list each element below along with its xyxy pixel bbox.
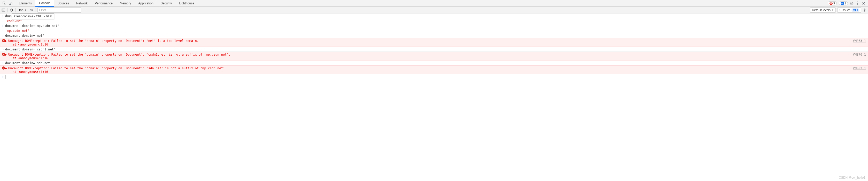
kebab-icon[interactable]: ⋮ — [856, 1, 860, 5]
error-count-pill[interactable]: ✕ 3 — [828, 1, 837, 5]
tab-performance[interactable]: Performance — [91, 0, 116, 6]
console-error-stack: at <anonymous>:1:16 — [5, 43, 48, 46]
chevron-down-icon: ▼ — [25, 9, 27, 11]
filter-input[interactable]: Filter — [37, 7, 82, 13]
input-marker-icon: › — [2, 24, 5, 28]
console-result-row: ‹· 'csdn.net' — [0, 18, 868, 23]
svg-point-6 — [851, 3, 852, 4]
console-input-row[interactable]: › document.domain='net' — [0, 33, 868, 38]
tab-memory[interactable]: Memory — [116, 0, 134, 6]
error-icon: ✕ — [830, 2, 833, 5]
svg-rect-4 — [841, 3, 843, 3]
console-result-text: 'csdn.net' — [5, 19, 24, 23]
close-icon[interactable] — [862, 2, 865, 5]
devtools-tabs: Elements Console Sources Network Perform… — [15, 0, 198, 6]
svg-rect-3 — [841, 2, 844, 5]
info-icon — [853, 8, 856, 12]
watermark: CSDN @cw_hello1 — [839, 176, 865, 179]
clear-console-icon[interactable] — [9, 8, 13, 12]
expand-triangle-icon[interactable]: ▶ — [5, 39, 8, 43]
inspect-icon[interactable] — [3, 2, 6, 5]
console-result-row: ‹· 'mp.csdn.net' — [0, 28, 868, 33]
log-level-selector[interactable]: Default levels ▼ — [810, 7, 836, 13]
svg-line-21 — [10, 9, 12, 11]
tabstrip-right: ✕ 3 1 ⋮ — [825, 0, 868, 6]
console-toolbar: top ▼ Filter Default levels ▼ 1 Issue: 1… — [0, 7, 868, 13]
gear-icon[interactable] — [850, 2, 854, 5]
console-error-text: Uncaught DOMException: Failed to set the… — [8, 53, 230, 56]
svg-line-35 — [865, 9, 866, 9]
console-input-text: docu — [5, 14, 866, 18]
context-label: top — [19, 8, 24, 12]
expand-triangle-icon[interactable]: ▶ — [5, 66, 8, 70]
error-icon: ✕ — [2, 53, 5, 56]
console-error-stack: at <anonymous>:1:16 — [5, 56, 48, 60]
error-source-link[interactable]: VM863:1 — [848, 38, 866, 43]
svg-line-34 — [864, 10, 864, 11]
error-source-link[interactable]: VM882:1 — [848, 66, 866, 70]
console-error-row[interactable]: ✕ ▶Uncaught DOMException: Failed to set … — [0, 52, 868, 61]
input-marker-icon: › — [2, 47, 5, 51]
svg-marker-19 — [4, 9, 4, 10]
sidebar-toggle-icon[interactable] — [2, 8, 5, 12]
input-marker-icon: › — [2, 14, 5, 18]
console-input-text: document.domain='mp.csdn.net' — [5, 24, 866, 28]
svg-line-14 — [852, 2, 853, 2]
svg-rect-17 — [2, 9, 5, 11]
text-cursor — [5, 75, 5, 79]
issues-chip[interactable]: 1 Issue: 1 — [837, 7, 861, 13]
console-input-row[interactable]: › docu — [0, 13, 868, 18]
live-expression-icon[interactable] — [29, 8, 33, 12]
svg-point-27 — [864, 9, 865, 10]
svg-point-23 — [31, 9, 32, 10]
console-input-row[interactable]: › document.domain='csdn1.net' — [0, 47, 868, 52]
console-input-text: document.domain='sdn.net' — [5, 61, 866, 65]
svg-rect-2 — [10, 3, 12, 5]
svg-rect-24 — [853, 9, 856, 11]
info-count-pill[interactable]: 1 — [839, 1, 848, 5]
error-count: 3 — [833, 2, 835, 5]
console-error-row[interactable]: ✕ ▶Uncaught DOMException: Failed to set … — [0, 65, 868, 74]
console-error-row[interactable]: ✕ ▶Uncaught DOMException: Failed to set … — [0, 38, 868, 47]
svg-rect-25 — [853, 9, 855, 10]
log-level-label: Default levels — [812, 8, 831, 12]
input-marker-icon: › — [2, 74, 5, 79]
tab-elements[interactable]: Elements — [15, 0, 35, 6]
console-result-text: 'mp.csdn.net' — [5, 29, 29, 33]
input-marker-icon: › — [2, 33, 5, 37]
console-input-row[interactable]: › document.domain='sdn.net' — [0, 61, 868, 65]
tab-security[interactable]: Security — [157, 0, 176, 6]
svg-rect-5 — [841, 3, 843, 4]
result-marker-icon: ‹· — [2, 28, 5, 33]
tab-console[interactable]: Console — [35, 0, 54, 7]
gear-icon[interactable] — [863, 8, 866, 12]
tab-network[interactable]: Network — [72, 0, 91, 6]
info-count: 1 — [844, 2, 846, 5]
error-source-link[interactable]: VM876:1 — [848, 52, 866, 56]
error-icon: ✕ — [2, 66, 5, 69]
svg-rect-26 — [853, 10, 855, 10]
console-prompt-row[interactable]: › — [0, 74, 868, 79]
console-log-area: › docu ‹· 'csdn.net' › document.domain='… — [0, 13, 868, 79]
error-icon: ✕ — [2, 39, 5, 42]
tab-lighthouse[interactable]: Lighthouse — [176, 0, 198, 6]
console-input-text: document.domain='csdn1.net' — [5, 47, 866, 51]
context-selector[interactable]: top ▼ — [18, 7, 28, 13]
chevron-down-icon: ▼ — [832, 9, 834, 11]
clear-console-tooltip: Clear console - Ctrl L - ⌘ K — [12, 13, 54, 19]
filter-placeholder: Filter — [39, 8, 46, 12]
console-input-text: document.domain='net' — [5, 33, 866, 37]
console-error-text: Uncaught DOMException: Failed to set the… — [8, 39, 199, 43]
svg-line-33 — [865, 10, 866, 11]
tab-sources[interactable]: Sources — [54, 0, 72, 6]
console-error-text: Uncaught DOMException: Failed to set the… — [8, 66, 226, 70]
console-error-stack: at <anonymous>:1:16 — [5, 70, 48, 74]
tab-application[interactable]: Application — [134, 0, 157, 6]
info-icon — [841, 2, 844, 5]
input-marker-icon: › — [2, 61, 5, 65]
device-toolbar-icon[interactable] — [9, 2, 12, 5]
tabstrip-left-icons — [0, 0, 15, 6]
expand-triangle-icon[interactable]: ▶ — [5, 53, 8, 56]
result-marker-icon: ‹· — [2, 19, 5, 23]
console-input-row[interactable]: › document.domain='mp.csdn.net' — [0, 23, 868, 28]
